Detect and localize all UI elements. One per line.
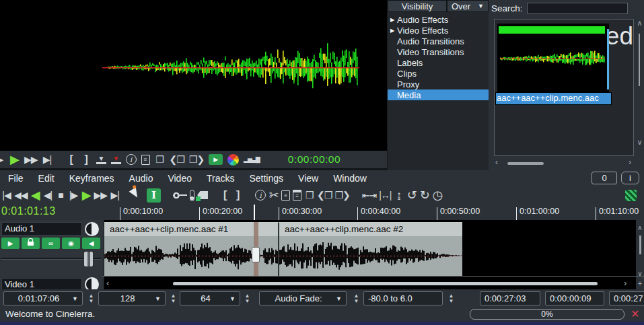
timebar-ruler[interactable]: 0:00:10:000:00:20:000:00:30:000:00:40:00… <box>104 204 644 220</box>
dual-screen-icon[interactable] <box>625 190 637 201</box>
frame-reverse-icon[interactable]: ◀| <box>43 188 53 202</box>
next-label-icon[interactable]: ❒❯ <box>334 188 349 202</box>
track-height-stepper[interactable]: ▲ ▼ <box>242 291 253 305</box>
automation-type-combo[interactable]: Audio Fade: ▼ <box>259 291 347 305</box>
reverse-play-icon[interactable]: ◀ <box>30 188 40 202</box>
insertion-point-marker[interactable] <box>254 205 255 220</box>
to-clip-icon[interactable]: ▶ <box>209 154 223 165</box>
folder-video-effects[interactable]: ▶Video Effects <box>388 25 489 36</box>
audio-clip-2[interactable]: aac++aac++clip.menc.aac #2 <box>278 222 462 276</box>
goto-end-icon[interactable]: ▶| <box>110 188 120 202</box>
selection-end-field[interactable]: 0:00:27 <box>609 291 644 305</box>
split-icon[interactable]: ✂ <box>269 188 279 202</box>
fast-forward-icon[interactable]: ▶▶ <box>24 153 38 166</box>
duration-zoom-combo[interactable]: 0:01:07:06 ▼ <box>3 291 83 305</box>
keyframe-key-icon[interactable] <box>173 192 187 199</box>
media-thumbnail[interactable] <box>497 24 609 92</box>
draw-media-button[interactable]: ◉ <box>62 238 80 249</box>
play-track-button[interactable]: ▶ <box>1 238 20 249</box>
track-canvas[interactable]: aac++aac++clip.menc.aac #1 aac++aac++cli… <box>104 220 636 289</box>
copy-icon[interactable]: ≡ <box>141 155 150 165</box>
scroll-right-icon[interactable]: › <box>629 157 631 167</box>
duration-stepper[interactable]: ▲ ▼ <box>85 291 97 305</box>
menu-tracks[interactable]: Tracks <box>207 173 234 184</box>
mute-track-button[interactable]: ◀ <box>82 238 100 249</box>
cut-paste-mode-icon[interactable]: I <box>147 188 161 203</box>
preferences-clock-icon[interactable]: ◷ <box>432 188 442 202</box>
menu-file[interactable]: File <box>8 173 24 184</box>
amplitude-stepper[interactable]: ▲ ▼ <box>168 291 179 305</box>
drag-drop-mode-icon[interactable] <box>129 187 143 203</box>
scroll-down-icon[interactable]: ∨ <box>636 270 644 277</box>
stop-icon[interactable]: ■ <box>56 188 66 202</box>
splice-icon[interactable]: ▼ <box>96 155 106 164</box>
visibility-button[interactable]: Visibility <box>388 0 447 12</box>
out-point-icon[interactable]: ] <box>233 188 243 202</box>
prev-label-icon[interactable]: ❮❒ <box>170 153 184 166</box>
step-down-icon[interactable]: ▼ <box>171 299 176 304</box>
track-title-video1[interactable]: Video 1 <box>1 278 82 289</box>
goto-end-icon[interactable]: ▶| <box>42 153 52 166</box>
track-title-audio1[interactable]: Audio 1 <box>1 222 82 236</box>
histogram-icon[interactable]: ▂▅▃▇ <box>244 153 260 166</box>
out-point-icon[interactable]: ] <box>81 153 92 166</box>
media-vertical-scrollbar[interactable]: ∧ ∨ <box>635 19 644 156</box>
menu-window[interactable]: Window <box>333 173 367 184</box>
media-horizontal-scrollbar[interactable]: ‹ › <box>494 159 634 168</box>
folder-labels[interactable]: Labels <box>388 57 489 68</box>
media-item-name[interactable]: aac++aac++clip.menc.aac <box>495 92 612 105</box>
plus-icon[interactable]: + <box>636 279 644 287</box>
scrollbar-thumb[interactable] <box>639 34 640 86</box>
paste-icon[interactable]: ≡ <box>293 190 301 201</box>
expand-icon[interactable]: ▶ <box>388 17 397 23</box>
folder-clips[interactable]: Clips <box>388 68 489 79</box>
fast-reverse-icon[interactable]: ◀◀ <box>14 188 28 202</box>
folder-audio-effects[interactable]: ▶Audio Effects <box>388 14 489 25</box>
step-down-icon[interactable]: ▼ <box>245 299 250 304</box>
label-icon[interactable]: ❒ <box>304 188 314 202</box>
menu-edit[interactable]: Edit <box>38 173 55 184</box>
automation-stepper[interactable]: ▲ ▼ <box>351 291 362 305</box>
play-icon[interactable]: ▶ <box>81 188 92 202</box>
range-stepper[interactable]: ▲ ▼ <box>445 291 457 305</box>
fader-handle[interactable] <box>83 251 94 267</box>
copy-icon[interactable]: ≡ <box>281 190 290 201</box>
clip-info-icon[interactable]: i <box>255 190 266 201</box>
gang-fader-button[interactable]: ∞ <box>42 238 60 249</box>
play-partial-icon[interactable]: ▶ <box>0 153 5 166</box>
track-height-combo[interactable]: 64 ▼ <box>180 291 240 305</box>
timeline-vertical-scrollbar[interactable]: ∧ ∨ + <box>636 220 644 289</box>
in-point-icon[interactable]: [ <box>220 188 230 202</box>
step-down-icon[interactable]: ▼ <box>354 299 359 304</box>
zero-button[interactable]: 0 <box>592 172 617 184</box>
frame-forward-icon[interactable]: |▶ <box>69 188 79 202</box>
expand-icon[interactable]: ▶ <box>388 28 397 34</box>
selection-start-field[interactable]: 0:00:27:03 <box>480 291 540 305</box>
automation-range-field[interactable]: -80.0 to 6.0 <box>363 291 443 305</box>
scroll-down-icon[interactable]: ∨ <box>635 138 644 147</box>
scroll-up-icon[interactable]: ∧ <box>636 224 644 231</box>
close-icon[interactable]: ✕ <box>631 308 639 320</box>
menu-view[interactable]: View <box>298 173 318 184</box>
clip-info-icon[interactable]: i <box>126 154 137 165</box>
step-down-icon[interactable]: ▼ <box>89 299 94 304</box>
next-label-icon[interactable]: ❒❯ <box>189 153 204 166</box>
menu-settings[interactable]: Settings <box>249 173 283 184</box>
undo-icon[interactable]: ↺ <box>406 188 417 202</box>
zoom-selection-icon[interactable]: ↨ <box>394 188 404 202</box>
folder-proxy[interactable]: Proxy <box>388 79 489 89</box>
menu-audio[interactable]: Audio <box>129 173 153 184</box>
timeline-horizontal-scrollbar[interactable] <box>173 282 598 285</box>
folder-audio-transitions[interactable]: Audio Transitions <box>388 36 489 46</box>
lock-labels-icon[interactable] <box>197 191 208 199</box>
viewer-canvas[interactable] <box>0 0 387 151</box>
arm-track-button[interactable] <box>22 238 40 249</box>
menu-keyframes[interactable]: Keyframes <box>69 173 114 184</box>
redo-icon[interactable]: ↻ <box>419 188 429 202</box>
fit-autos-icon[interactable]: |↔| <box>379 188 391 202</box>
fit-selection-icon[interactable]: ⇤⇥ <box>362 188 376 202</box>
goto-start-icon[interactable]: |◀ <box>1 188 11 202</box>
expand-track-button[interactable] <box>85 222 99 236</box>
scroll-up-icon[interactable]: ∧ <box>637 19 642 27</box>
fast-forward-icon[interactable]: ▶▶ <box>94 188 108 202</box>
